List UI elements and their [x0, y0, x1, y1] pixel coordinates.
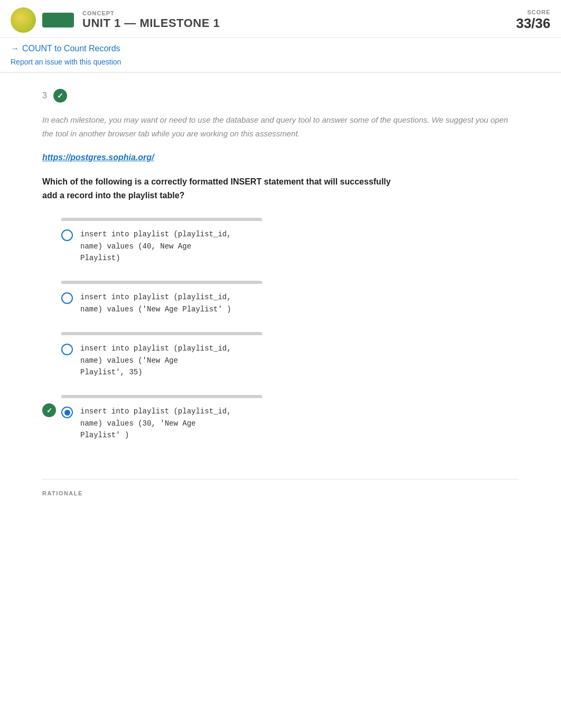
option-a-radio[interactable]: [61, 229, 73, 241]
option-c-text: insert into playlist (playlist_id,name) …: [80, 343, 231, 378]
brand-badge: [42, 13, 74, 27]
correct-indicator: [53, 89, 67, 103]
option-d-correct-icon: [42, 403, 56, 417]
question-number: 3: [42, 91, 47, 100]
option-c-radio[interactable]: [61, 344, 73, 355]
logo-icon: [11, 7, 36, 33]
postgres-link[interactable]: https://postgres.sophia.org/: [42, 153, 154, 162]
rationale-section: RATIONALE: [42, 479, 519, 496]
concept-link[interactable]: → COUNT to Count Records: [11, 44, 120, 53]
main-content: 3 In each milestone, you may want or nee…: [0, 73, 561, 523]
option-a-text: insert into playlist (playlist_id,name) …: [80, 228, 231, 264]
instruction-text: In each milestone, you may want or need …: [42, 113, 519, 140]
unit-title: UNIT 1 — MILESTONE 1: [82, 16, 220, 30]
answer-options: insert into playlist (playlist_id,name) …: [42, 218, 519, 458]
question-number-row: 3: [42, 89, 519, 103]
score-label: SCORE: [527, 9, 550, 15]
option-a-wrapper: insert into playlist (playlist_id,name) …: [42, 218, 519, 271]
rationale-label: RATIONALE: [42, 490, 519, 496]
report-issue-link[interactable]: Report an issue with this question: [11, 58, 121, 66]
option-d-radio[interactable]: [61, 407, 73, 418]
score-area: SCORE 33/36: [516, 9, 550, 32]
option-d-text: insert into playlist (playlist_id,name) …: [80, 406, 231, 441]
header-title-area: CONCEPT UNIT 1 — MILESTONE 1: [82, 10, 220, 30]
question-text: Which of the following is a correctly fo…: [42, 175, 401, 202]
nav-area: → COUNT to Count Records Report an issue…: [0, 38, 561, 73]
arrow-icon: →: [11, 44, 19, 53]
option-b-text: insert into playlist (playlist_id,name) …: [80, 291, 231, 315]
score-value: 33/36: [516, 15, 550, 32]
option-d: insert into playlist (playlist_id,name) …: [61, 395, 315, 448]
option-b-wrapper: insert into playlist (playlist_id,name) …: [42, 281, 519, 322]
concept-label: CONCEPT: [82, 10, 220, 16]
option-a-content: insert into playlist (playlist_id,name) …: [61, 221, 315, 271]
option-d-wrapper: insert into playlist (playlist_id,name) …: [42, 395, 519, 448]
header: CONCEPT UNIT 1 — MILESTONE 1 SCORE 33/36: [0, 0, 561, 38]
option-b-content: insert into playlist (playlist_id,name) …: [61, 284, 315, 322]
option-b-radio[interactable]: [61, 292, 73, 304]
option-a: insert into playlist (playlist_id,name) …: [61, 218, 315, 271]
option-d-content: insert into playlist (playlist_id,name) …: [61, 398, 315, 448]
option-c-wrapper: insert into playlist (playlist_id,name) …: [42, 332, 519, 385]
option-c: insert into playlist (playlist_id,name) …: [61, 332, 315, 385]
option-b: insert into playlist (playlist_id,name) …: [61, 281, 315, 322]
option-c-content: insert into playlist (playlist_id,name) …: [61, 335, 315, 385]
